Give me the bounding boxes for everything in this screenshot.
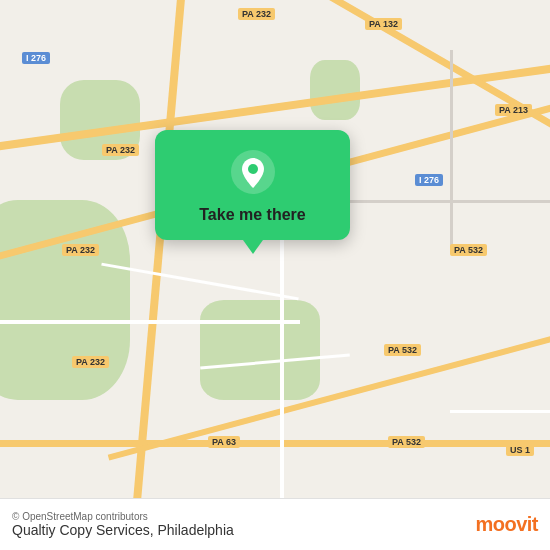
place-name: Qualtiy Copy Services, Philadelphia (12, 522, 234, 538)
map-background: I 276 PA 232 PA 132 PA 213 PA 232 I 276 … (0, 0, 550, 550)
label-pa132: PA 132 (365, 18, 402, 30)
green-area (200, 300, 320, 400)
road-gray-2 (450, 50, 453, 250)
osm-attribution: © OpenStreetMap contributors (12, 511, 234, 522)
label-pa232-bottom: PA 232 (72, 356, 109, 368)
info-bar: © OpenStreetMap contributors Qualtiy Cop… (0, 498, 550, 550)
label-i276-top: I 276 (22, 52, 50, 64)
map-container: I 276 PA 232 PA 132 PA 213 PA 232 I 276 … (0, 0, 550, 550)
road-white-5 (450, 410, 550, 413)
label-i276-right: I 276 (415, 174, 443, 186)
info-left: © OpenStreetMap contributors Qualtiy Cop… (12, 511, 234, 538)
location-pin-icon (231, 150, 275, 194)
take-me-there-button[interactable]: Take me there (199, 206, 305, 224)
road-white-1 (280, 200, 284, 500)
popup-card[interactable]: Take me there (155, 130, 350, 240)
moovit-logo: moovit (475, 513, 538, 536)
green-area (310, 60, 360, 120)
road-white-3 (101, 263, 298, 301)
label-pa232-top: PA 232 (238, 8, 275, 20)
road-pa63 (0, 440, 550, 447)
label-pa532-right: PA 532 (450, 244, 487, 256)
label-us1: US 1 (506, 444, 534, 456)
road-white-2 (0, 320, 300, 324)
label-pa63: PA 63 (208, 436, 240, 448)
moovit-logo-text: moovit (475, 513, 538, 536)
label-pa213: PA 213 (495, 104, 532, 116)
green-area (0, 200, 130, 400)
label-pa232-mid: PA 232 (62, 244, 99, 256)
label-pa232-left: PA 232 (102, 144, 139, 156)
label-pa532-low: PA 532 (388, 436, 425, 448)
label-pa532-bottom: PA 532 (384, 344, 421, 356)
svg-point-1 (248, 164, 258, 174)
